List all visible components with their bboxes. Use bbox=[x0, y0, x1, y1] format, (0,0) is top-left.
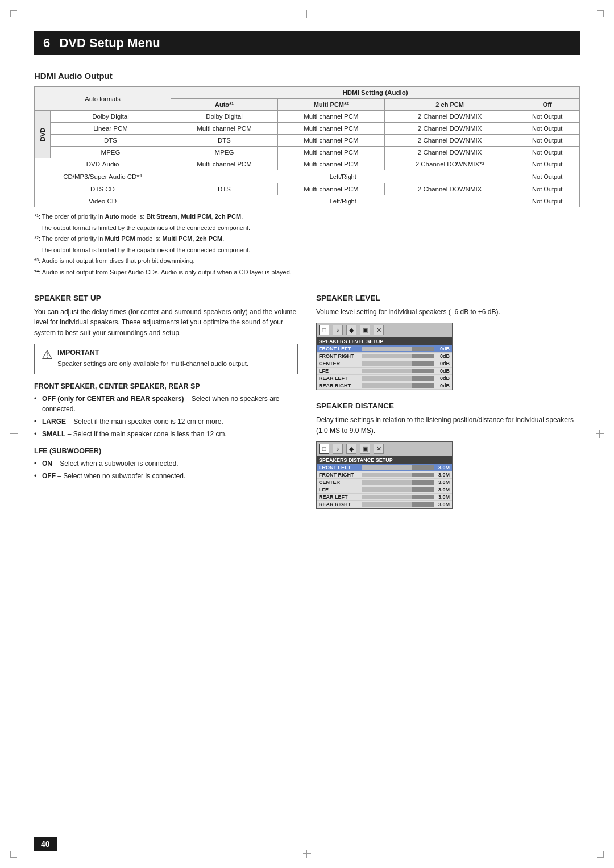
twoch-dts: 2 Channel DOWNMIX bbox=[384, 135, 515, 147]
table-row: DTS CD DTS Multi channel PCM 2 Channel D… bbox=[35, 183, 580, 195]
multi-dts-cd: Multi channel PCM bbox=[277, 183, 384, 195]
toolbar-icon-close[interactable]: ✕ bbox=[374, 325, 384, 335]
footnote-4: *⁴: Audio is not output from Super Audio… bbox=[34, 268, 580, 278]
col-header-multi-pcm: Multi PCM*² bbox=[277, 99, 384, 111]
dist-toolbar-icon-home[interactable]: □ bbox=[319, 444, 329, 454]
important-box: ⚠ IMPORTANT Speaker settings are only av… bbox=[34, 344, 298, 374]
off-cd-mp3: Not Output bbox=[515, 170, 580, 183]
left-column: SPEAKER SET UP You can adjust the delay … bbox=[34, 294, 298, 518]
corner-mark-tl bbox=[10, 10, 17, 17]
twoch-dvd-audio: 2 Channel DOWNMIX*³ bbox=[384, 158, 515, 170]
dist-toolbar-icon-diamond[interactable]: ◆ bbox=[346, 444, 356, 454]
bullet-large: LARGE – Select if the main speaker cone … bbox=[34, 416, 298, 427]
front-center-rear-title: FRONT SPEAKER, CENTER SPEAKER, REAR SP bbox=[34, 382, 298, 390]
footnotes: *¹: The order of priority in Auto mode i… bbox=[34, 212, 580, 278]
hdmi-audio-output-section: HDMI Audio Output Auto formats HDMI Sett… bbox=[34, 71, 580, 278]
format-mpeg: MPEG bbox=[51, 147, 171, 158]
chapter-title: DVD Setup Menu bbox=[59, 36, 160, 50]
off-mpeg: Not Output bbox=[515, 147, 580, 158]
off-dvd-audio: Not Output bbox=[515, 158, 580, 170]
speaker-level-row-front-right: FRONT RIGHT 0dB bbox=[317, 353, 452, 360]
speaker-dist-row-center: CENTER 3.0M bbox=[317, 479, 452, 486]
two-column-layout: SPEAKER SET UP You can adjust the delay … bbox=[34, 294, 580, 518]
speaker-dist-row-lfe: LFE 3.0M bbox=[317, 486, 452, 494]
footnote-1: *¹: The order of priority in Auto mode i… bbox=[34, 212, 580, 222]
speaker-level-row-center: CENTER 0dB bbox=[317, 360, 452, 368]
speaker-level-ui-title: SPEAKERS LEVEL SETUP bbox=[317, 337, 452, 345]
toolbar-icon-diamond[interactable]: ◆ bbox=[346, 325, 356, 335]
chapter-number: 6 bbox=[43, 36, 50, 50]
multi-dts: Multi channel PCM bbox=[277, 135, 384, 147]
speaker-dist-row-front-left: FRONT LEFT 3.0M bbox=[317, 464, 452, 471]
col-header-auto: Auto*¹ bbox=[171, 99, 278, 111]
hdmi-setting-header: HDMI Setting (Audio) bbox=[171, 87, 580, 99]
table-row: DVD Dolby Digital Dolby Digital Multi ch… bbox=[35, 111, 580, 123]
dist-toolbar-icon-close[interactable]: ✕ bbox=[374, 444, 384, 454]
bullet-lfe-off: OFF – Select when no subwoofer is connec… bbox=[34, 471, 298, 481]
dist-toolbar-icon-check[interactable]: ▣ bbox=[360, 444, 370, 454]
important-text: Speaker settings are only available for … bbox=[57, 359, 248, 369]
table-row: MPEG MPEG Multi channel PCM 2 Channel DO… bbox=[35, 147, 580, 158]
center-cross-left bbox=[10, 430, 18, 438]
speaker-distance-toolbar: □ ♪ ◆ ▣ ✕ bbox=[317, 442, 452, 456]
speaker-distance-heading: SPEAKER DISTANCE bbox=[316, 402, 580, 410]
twoch-mpeg: 2 Channel DOWNMIX bbox=[384, 147, 515, 158]
front-center-rear-section: FRONT SPEAKER, CENTER SPEAKER, REAR SP O… bbox=[34, 382, 298, 439]
speaker-distance-ui-title: SPEAKERS DISTANCE SETUP bbox=[317, 456, 452, 464]
dist-toolbar-icon-music[interactable]: ♪ bbox=[333, 444, 343, 454]
format-dolby: Dolby Digital bbox=[51, 111, 171, 123]
auto-formats-cell: Auto formats bbox=[35, 87, 171, 111]
speaker-level-heading: SPEAKER LEVEL bbox=[316, 294, 580, 302]
lfe-subwoofer-list: ON – Select when a subwoofer is connecte… bbox=[34, 458, 298, 481]
dvd-group-label: DVD bbox=[35, 111, 51, 158]
auto-dolby: Dolby Digital bbox=[171, 111, 278, 123]
speaker-level-row-front-left: FRONT LEFT 0dB bbox=[317, 345, 452, 353]
page-footer: 40 bbox=[34, 837, 57, 851]
footnote-3: *³: Audio is not output from discs that … bbox=[34, 256, 580, 266]
format-linear: Linear PCM bbox=[51, 123, 171, 135]
speaker-distance-section: SPEAKER DISTANCE Delay time settings in … bbox=[316, 402, 580, 509]
lfe-subwoofer-title: LFE (SUBWOOFER) bbox=[34, 447, 298, 455]
speaker-level-row-rear-right: REAR RIGHT 0dB bbox=[317, 382, 452, 390]
speaker-distance-ui: □ ♪ ◆ ▣ ✕ SPEAKERS DISTANCE SETUP FRONT … bbox=[316, 441, 453, 509]
lr-cd-mp3: Left/Right bbox=[171, 170, 515, 183]
speaker-setup-body-text: You can adjust the delay times (for cent… bbox=[34, 308, 296, 337]
speaker-level-row-rear-left: REAR LEFT 0dB bbox=[317, 375, 452, 382]
speaker-setup-body: You can adjust the delay times (for cent… bbox=[34, 307, 298, 339]
speaker-level-row-lfe: LFE 0dB bbox=[317, 368, 452, 375]
col-header-2ch: 2 ch PCM bbox=[384, 99, 515, 111]
toolbar-icon-check[interactable]: ▣ bbox=[360, 325, 370, 335]
twoch-linear: 2 Channel DOWNMIX bbox=[384, 123, 515, 135]
speaker-setup-heading: SPEAKER SET UP bbox=[34, 294, 298, 302]
auto-linear: Multi channel PCM bbox=[171, 123, 278, 135]
important-icon: ⚠ bbox=[42, 348, 53, 362]
lfe-subwoofer-section: LFE (SUBWOOFER) ON – Select when a subwo… bbox=[34, 447, 298, 481]
table-row: DVD-Audio Multi channel PCM Multi channe… bbox=[35, 158, 580, 170]
page-number: 40 bbox=[34, 837, 57, 851]
right-column: SPEAKER LEVEL Volume level setting for i… bbox=[316, 294, 580, 518]
toolbar-icon-home[interactable]: □ bbox=[319, 325, 329, 335]
bullet-lfe-on: ON – Select when a subwoofer is connecte… bbox=[34, 458, 298, 469]
auto-dts-cd: DTS bbox=[171, 183, 278, 195]
lr-video-cd: Left/Right bbox=[171, 195, 515, 207]
format-cd-mp3: CD/MP3/Super Audio CD*⁴ bbox=[35, 170, 171, 183]
important-title: IMPORTANT bbox=[57, 349, 248, 357]
format-video-cd: Video CD bbox=[35, 195, 171, 207]
off-dolby: Not Output bbox=[515, 111, 580, 123]
off-video-cd: Not Output bbox=[515, 195, 580, 207]
front-center-rear-list: OFF (only for CENTER and REAR speakers) … bbox=[34, 394, 298, 439]
speaker-dist-row-front-right: FRONT RIGHT 3.0M bbox=[317, 471, 452, 479]
toolbar-icon-music[interactable]: ♪ bbox=[333, 325, 343, 335]
footnote-2b: The output format is limited by the capa… bbox=[34, 245, 580, 256]
auto-dvd-audio: Multi channel PCM bbox=[171, 158, 278, 170]
table-row: CD/MP3/Super Audio CD*⁴ Left/Right Not O… bbox=[35, 170, 580, 183]
multi-linear: Multi channel PCM bbox=[277, 123, 384, 135]
important-content: IMPORTANT Speaker settings are only avai… bbox=[57, 349, 248, 369]
table-row: DTS DTS Multi channel PCM 2 Channel DOWN… bbox=[35, 135, 580, 147]
speaker-level-body: Volume level setting for individual spea… bbox=[316, 307, 580, 318]
table-row: Video CD Left/Right Not Output bbox=[35, 195, 580, 207]
off-dts: Not Output bbox=[515, 135, 580, 147]
format-dts: DTS bbox=[51, 135, 171, 147]
bullet-off: OFF (only for CENTER and REAR speakers) … bbox=[34, 394, 298, 414]
format-dvd-audio: DVD-Audio bbox=[35, 158, 171, 170]
